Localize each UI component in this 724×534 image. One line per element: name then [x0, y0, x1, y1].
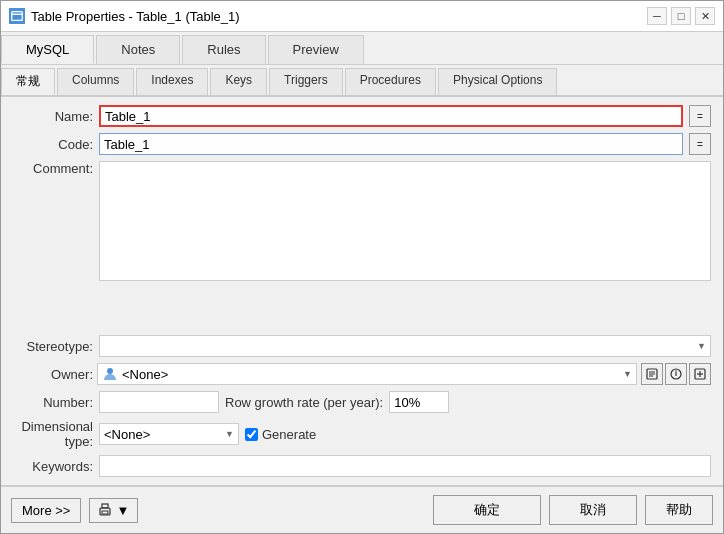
tab-notes[interactable]: Notes — [96, 35, 180, 64]
code-label: Code: — [13, 137, 93, 152]
print-arrow: ▼ — [116, 503, 129, 518]
generate-label: Generate — [262, 427, 316, 442]
stereotype-row: Stereotype: ▼ — [13, 335, 711, 357]
name-row: Name: = — [13, 105, 711, 127]
number-input[interactable] — [99, 391, 219, 413]
code-input[interactable] — [99, 133, 683, 155]
main-window: Table Properties - Table_1 (Table_1) ─ □… — [0, 0, 724, 534]
dim-type-label: Dimensional type: — [13, 419, 93, 449]
minimize-button[interactable]: ─ — [647, 7, 667, 25]
owner-buttons — [641, 363, 711, 385]
owner-new-button[interactable] — [689, 363, 711, 385]
sub-tab-bar: 常规 Columns Indexes Keys Triggers Procedu… — [1, 65, 723, 97]
close-button[interactable]: ✕ — [695, 7, 715, 25]
tab-rules[interactable]: Rules — [182, 35, 265, 64]
keywords-label: Keywords: — [13, 459, 93, 474]
comment-label: Comment: — [13, 161, 93, 176]
code-row: Code: = — [13, 133, 711, 155]
tab-general[interactable]: 常规 — [1, 68, 55, 95]
new-icon — [694, 368, 706, 380]
owner-dropdown-arrow: ▼ — [623, 369, 632, 379]
tab-keys[interactable]: Keys — [210, 68, 267, 95]
maximize-button[interactable]: □ — [671, 7, 691, 25]
name-expand-button[interactable]: = — [689, 105, 711, 127]
owner-label: Owner: — [13, 367, 93, 382]
keywords-row: Keywords: — [13, 455, 711, 477]
tab-preview[interactable]: Preview — [268, 35, 364, 64]
name-input[interactable] — [99, 105, 683, 127]
title-bar: Table Properties - Table_1 (Table_1) ─ □… — [1, 1, 723, 32]
form-content: Name: = Code: = Comment: Stereotype: ▼ — [1, 97, 723, 485]
cancel-button[interactable]: 取消 — [549, 495, 637, 525]
svg-rect-15 — [102, 511, 108, 514]
owner-properties-button[interactable] — [665, 363, 687, 385]
name-label: Name: — [13, 109, 93, 124]
growth-rate-label: Row growth rate (per year): — [225, 395, 383, 410]
tab-triggers[interactable]: Triggers — [269, 68, 343, 95]
owner-select[interactable]: <None> ▼ — [97, 363, 637, 385]
generate-checkbox-row: Generate — [245, 427, 316, 442]
main-tab-bar: MySQL Notes Rules Preview — [1, 32, 723, 65]
tab-physical-options[interactable]: Physical Options — [438, 68, 557, 95]
svg-point-9 — [675, 370, 677, 372]
owner-user-icon — [102, 366, 118, 382]
window-title: Table Properties - Table_1 (Table_1) — [31, 9, 641, 24]
owner-browse-button[interactable] — [641, 363, 663, 385]
window-icon — [9, 8, 25, 24]
svg-rect-0 — [12, 12, 23, 21]
number-label: Number: — [13, 395, 93, 410]
window-controls: ─ □ ✕ — [647, 7, 715, 25]
growth-rate-input[interactable] — [389, 391, 449, 413]
keywords-input[interactable] — [99, 455, 711, 477]
code-expand-button[interactable]: = — [689, 133, 711, 155]
more-button[interactable]: More >> — [11, 498, 81, 523]
dimensional-type-row: Dimensional type: <None> ▼ Generate — [13, 419, 711, 449]
stereotype-select[interactable] — [99, 335, 711, 357]
tab-procedures[interactable]: Procedures — [345, 68, 436, 95]
browse-icon — [646, 368, 658, 380]
comment-area: Comment: — [13, 161, 711, 329]
tab-indexes[interactable]: Indexes — [136, 68, 208, 95]
svg-point-2 — [107, 368, 113, 374]
bottom-bar: More >> ▼ 确定 取消 帮助 — [1, 485, 723, 533]
generate-checkbox[interactable] — [245, 428, 258, 441]
dim-type-select[interactable]: <None> — [99, 423, 239, 445]
number-row: Number: Row growth rate (per year): — [13, 391, 711, 413]
owner-row: Owner: <None> ▼ — [13, 363, 711, 385]
properties-icon — [670, 368, 682, 380]
ok-button[interactable]: 确定 — [433, 495, 541, 525]
comment-textarea[interactable] — [99, 161, 711, 281]
help-button[interactable]: 帮助 — [645, 495, 713, 525]
tab-mysql[interactable]: MySQL — [1, 35, 94, 64]
tab-columns[interactable]: Columns — [57, 68, 134, 95]
svg-rect-14 — [102, 504, 108, 508]
stereotype-label: Stereotype: — [13, 339, 93, 354]
owner-value: <None> — [122, 367, 619, 382]
print-button[interactable]: ▼ — [89, 498, 138, 523]
printer-icon — [98, 503, 112, 517]
